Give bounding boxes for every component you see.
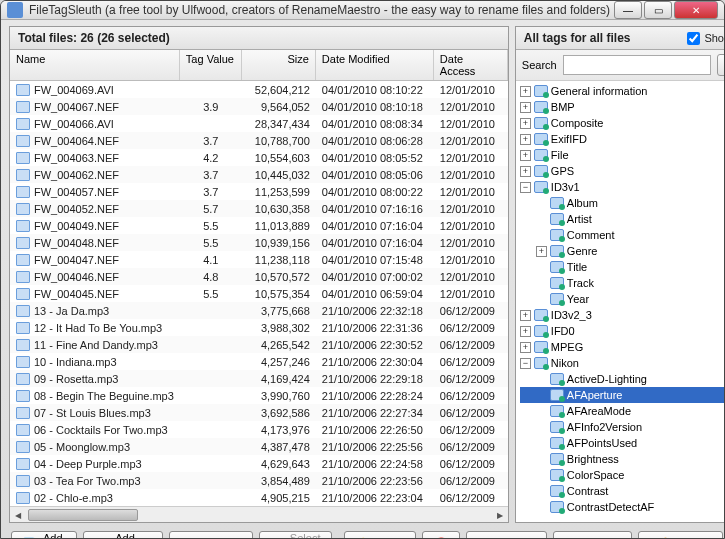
- table-row[interactable]: 09 - Rosetta.mp34,169,42421/10/2006 22:2…: [10, 370, 508, 387]
- tree-expander[interactable]: +: [536, 246, 547, 257]
- add-folders-button[interactable]: 📁Add Folders: [83, 531, 163, 539]
- tree-expander[interactable]: −: [520, 358, 531, 369]
- table-row[interactable]: 12 - It Had To Be You.mp33,988,30221/10/…: [10, 319, 508, 336]
- tree-node[interactable]: ActiveD-Lighting: [520, 371, 725, 387]
- tree-node[interactable]: AFPointsUsed: [520, 435, 725, 451]
- col-tag-value[interactable]: Tag Value: [180, 50, 242, 80]
- maximize-button[interactable]: ▭: [644, 1, 672, 19]
- table-row[interactable]: 07 - St Louis Blues.mp33,692,58621/10/20…: [10, 404, 508, 421]
- tree-node[interactable]: AFAreaMode: [520, 403, 725, 419]
- tree-node[interactable]: +ID3v2_3: [520, 307, 725, 323]
- help-button[interactable]: ❓: [422, 531, 460, 539]
- table-row[interactable]: 06 - Cocktails For Two.mp34,173,97621/10…: [10, 421, 508, 438]
- tree-node[interactable]: +IFD0: [520, 323, 725, 339]
- tree-node[interactable]: Track: [520, 275, 725, 291]
- file-accessed: 06/12/2009: [434, 423, 508, 437]
- select-all-button[interactable]: ◯Select All: [259, 531, 333, 539]
- tree-node[interactable]: Album: [520, 195, 725, 211]
- table-row[interactable]: FW_004057.NEF3.711,253,59904/01/2010 08:…: [10, 183, 508, 200]
- table-row[interactable]: 13 - Ja Da.mp33,775,66821/10/2006 22:32:…: [10, 302, 508, 319]
- options-button[interactable]: 🛠Options: [466, 531, 547, 539]
- tree-node[interactable]: AFAperture: [520, 387, 725, 403]
- tree-expander[interactable]: +: [520, 342, 531, 353]
- tree-node[interactable]: ContrastDetectAF: [520, 499, 725, 515]
- tag-icon: [534, 149, 548, 161]
- table-row[interactable]: 08 - Begin The Beguine.mp33,990,76021/10…: [10, 387, 508, 404]
- table-row[interactable]: 10 - Indiana.mp34,257,24621/10/2006 22:3…: [10, 353, 508, 370]
- table-row[interactable]: FW_004066.AVI28,347,43404/01/2010 08:08:…: [10, 115, 508, 132]
- table-row[interactable]: FW_004049.NEF5.511,013,88904/01/2010 07:…: [10, 217, 508, 234]
- col-name[interactable]: Name: [10, 50, 180, 80]
- table-row[interactable]: FW_004067.NEF3.99,564,05204/01/2010 08:1…: [10, 98, 508, 115]
- col-size[interactable]: Size: [242, 50, 316, 80]
- tree-expander[interactable]: +: [520, 166, 531, 177]
- col-date-modified[interactable]: Date Modified: [316, 50, 434, 80]
- tree-node[interactable]: Comment: [520, 227, 725, 243]
- file-list[interactable]: FW_004069.AVI52,604,21204/01/2010 08:10:…: [10, 81, 508, 506]
- tree-expander[interactable]: +: [520, 310, 531, 321]
- tag-tree[interactable]: +General information+BMP+Composite+ExifI…: [516, 81, 725, 522]
- tree-node[interactable]: Brightness: [520, 451, 725, 467]
- table-row[interactable]: 11 - Fine And Dandy.mp34,265,54221/10/20…: [10, 336, 508, 353]
- tree-node[interactable]: Artist: [520, 211, 725, 227]
- tree-node[interactable]: +BMP: [520, 99, 725, 115]
- show-all-tags-input[interactable]: [687, 32, 700, 45]
- quit-button[interactable]: 🖐Quit: [638, 531, 723, 539]
- col-date-accessed[interactable]: Date Access: [434, 50, 508, 80]
- tree-node[interactable]: −Nikon: [520, 355, 725, 371]
- tag-icon: [550, 485, 564, 497]
- refresh-button[interactable]: ⟳: [717, 54, 725, 76]
- close-button[interactable]: ✕: [674, 1, 718, 19]
- scroll-right-arrow[interactable]: ▶: [492, 507, 508, 522]
- tree-label: File: [551, 149, 569, 161]
- table-row[interactable]: FW_004048.NEF5.510,939,15604/01/2010 07:…: [10, 234, 508, 251]
- tree-node[interactable]: +GPS: [520, 163, 725, 179]
- tree-node[interactable]: Title: [520, 259, 725, 275]
- tree-label: Comment: [567, 229, 615, 241]
- tree-node[interactable]: Contrast: [520, 483, 725, 499]
- tree-node[interactable]: +Genre: [520, 243, 725, 259]
- table-row[interactable]: FW_004063.NEF4.210,554,60304/01/2010 08:…: [10, 149, 508, 166]
- tree-node[interactable]: Year: [520, 291, 725, 307]
- tree-expander[interactable]: +: [520, 134, 531, 145]
- table-row[interactable]: FW_004045.NEF5.510,575,35404/01/2010 06:…: [10, 285, 508, 302]
- table-row[interactable]: FW_004046.NEF4.810,570,57204/01/2010 07:…: [10, 268, 508, 285]
- tree-node[interactable]: AFInfo2Version: [520, 419, 725, 435]
- tag-icon: [550, 469, 564, 481]
- tree-node[interactable]: +General information: [520, 83, 725, 99]
- tree-node[interactable]: −ID3v1: [520, 179, 725, 195]
- scroll-left-arrow[interactable]: ◀: [10, 507, 26, 522]
- table-row[interactable]: FW_004052.NEF5.710,630,35804/01/2010 07:…: [10, 200, 508, 217]
- file-modified: 04/01/2010 07:16:04: [316, 219, 434, 233]
- tree-expander[interactable]: +: [520, 150, 531, 161]
- remove-button[interactable]: ➖Remove: [169, 531, 253, 539]
- tree-expander[interactable]: +: [520, 118, 531, 129]
- horizontal-scrollbar[interactable]: ◀ ▶: [10, 506, 508, 522]
- tree-node[interactable]: +ExifIFD: [520, 131, 725, 147]
- file-accessed: 06/12/2009: [434, 338, 508, 352]
- tag-icon: [550, 245, 564, 257]
- tree-node[interactable]: +File: [520, 147, 725, 163]
- tree-expander[interactable]: +: [520, 86, 531, 97]
- tree-expander[interactable]: −: [520, 182, 531, 193]
- table-row[interactable]: FW_004047.NEF4.111,238,11804/01/2010 07:…: [10, 251, 508, 268]
- tree-node[interactable]: ColorSpace: [520, 467, 725, 483]
- table-row[interactable]: FW_004064.NEF3.710,788,70004/01/2010 08:…: [10, 132, 508, 149]
- about-button[interactable]: ⭐About: [344, 531, 416, 539]
- table-row[interactable]: FW_004069.AVI52,604,21204/01/2010 08:10:…: [10, 81, 508, 98]
- table-row[interactable]: FW_004062.NEF3.710,445,03204/01/2010 08:…: [10, 166, 508, 183]
- scroll-thumb[interactable]: [28, 509, 138, 521]
- search-input[interactable]: [563, 55, 711, 75]
- minimize-button[interactable]: —: [614, 1, 642, 19]
- add-files-button[interactable]: 📄Add Files: [11, 531, 77, 539]
- export-button[interactable]: Export: [553, 531, 632, 539]
- table-row[interactable]: 05 - Moonglow.mp34,387,47821/10/2006 22:…: [10, 438, 508, 455]
- table-row[interactable]: 04 - Deep Purple.mp34,629,64321/10/2006 …: [10, 455, 508, 472]
- table-row[interactable]: 02 - Chlo-e.mp34,905,21521/10/2006 22:23…: [10, 489, 508, 506]
- tree-expander[interactable]: +: [520, 326, 531, 337]
- tree-node[interactable]: +Composite: [520, 115, 725, 131]
- tree-node[interactable]: +MPEG: [520, 339, 725, 355]
- tree-expander[interactable]: +: [520, 102, 531, 113]
- show-all-tags-checkbox[interactable]: Show All Tags: [687, 32, 725, 45]
- table-row[interactable]: 03 - Tea For Two.mp33,854,48921/10/2006 …: [10, 472, 508, 489]
